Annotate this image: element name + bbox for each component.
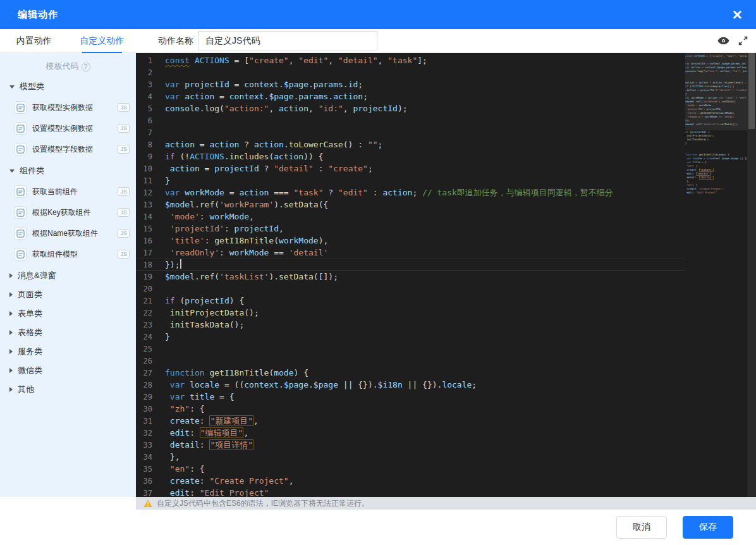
sidebar-group-header[interactable]: 服务类	[0, 342, 136, 361]
tab-builtin-actions[interactable]: 内置动作	[0, 29, 68, 52]
sidebar-group-header[interactable]: 组件类	[0, 161, 136, 180]
fullscreen-icon[interactable]	[738, 35, 748, 46]
template-code-link[interactable]: 模板代码?	[0, 61, 136, 72]
sidebar-group-header[interactable]: 模型类	[0, 77, 136, 96]
code-line[interactable]: 4var action = context.$page.params.actio…	[136, 90, 685, 102]
sidebar-action-item[interactable]: 获取当前组件JS	[14, 183, 130, 200]
editor-toolbar-icons	[717, 29, 748, 52]
code-line[interactable]: 35 "en": {	[136, 463, 685, 475]
line-number: 1	[136, 55, 165, 67]
group-label: 模型类	[20, 81, 44, 92]
sidebar-group-header[interactable]: 表单类	[0, 304, 136, 323]
line-number: 28	[136, 379, 165, 391]
help-icon: ?	[82, 63, 90, 71]
chevron-down-icon	[9, 169, 15, 173]
code-line[interactable]: 13$model.ref('workParam').setData({	[136, 199, 685, 211]
sidebar-group-header[interactable]: 表格类	[0, 323, 136, 342]
line-number: 26	[136, 355, 165, 367]
cancel-button[interactable]: 取消	[616, 516, 667, 539]
sidebar-action-item[interactable]: 设置模型实例数据JS	[14, 119, 130, 137]
line-number: 29	[136, 391, 165, 403]
line-number: 15	[136, 223, 165, 235]
code-line[interactable]: 37 edit: "Edit Project"	[136, 487, 685, 497]
code-line[interactable]: 8action = action ? action.toLowerCase() …	[136, 138, 685, 150]
code-line[interactable]: 5console.log("action:", action, "id:", p…	[136, 102, 685, 114]
code-line[interactable]: 12var workMode = action === "task" ? "ed…	[136, 187, 685, 199]
group-label: 其他	[18, 384, 34, 395]
js-action-icon	[14, 122, 27, 135]
code-line[interactable]: 21if (projectId) {	[136, 295, 685, 307]
toolbar: 内置动作 自定义动作 动作名称	[0, 29, 756, 53]
code-line[interactable]: 1const ACTIONS = ["create", "edit", "det…	[136, 54, 685, 66]
js-action-icon	[14, 101, 27, 114]
code-line[interactable]: 23 initTaskData();	[136, 319, 685, 331]
code-line[interactable]: 7	[136, 126, 685, 138]
code-line[interactable]: 20	[136, 283, 685, 295]
save-button[interactable]: 保存	[683, 516, 733, 539]
action-name-input[interactable]	[198, 31, 377, 51]
tab-custom-actions[interactable]: 自定义动作	[68, 29, 137, 52]
line-number: 8	[136, 139, 165, 151]
sidebar-action-item[interactable]: 设置模型字段数据JS	[14, 140, 130, 158]
close-icon[interactable]: ×	[733, 6, 742, 23]
code-line[interactable]: 34 },	[136, 451, 685, 463]
code-line[interactable]: 15 'projectId': projectId,	[136, 223, 685, 235]
line-number: 34	[136, 451, 165, 463]
sidebar-action-item[interactable]: 获取组件模型JS	[14, 245, 130, 263]
sidebar-group-header[interactable]: 页面类	[0, 285, 136, 304]
code-line[interactable]: 16 'title': getI18nTitle(workMode),	[136, 235, 685, 247]
sidebar-group-header[interactable]: 其他	[0, 380, 136, 399]
code-line[interactable]: 11}	[136, 175, 685, 187]
line-number: 16	[136, 235, 165, 247]
line-number: 23	[136, 319, 165, 331]
line-number: 11	[136, 175, 165, 187]
line-number: 25	[136, 343, 165, 355]
group-label: 组件类	[20, 165, 44, 176]
code-line[interactable]: 36 create: "Create Project",	[136, 475, 685, 487]
code-line[interactable]: 22 initProjectData();	[136, 307, 685, 319]
sidebar-action-item[interactable]: 根据Key获取组件JS	[14, 204, 130, 221]
chevron-right-icon	[9, 387, 13, 392]
code-line[interactable]: 28 var locale = ((context.$page.$page ||…	[136, 379, 685, 391]
code-line[interactable]: 27function getI18nTitle(mode) {	[136, 367, 685, 379]
code-line[interactable]: 14 'mode': workMode,	[136, 211, 685, 223]
group-label: 服务类	[18, 346, 42, 357]
editor-scrollbar[interactable]	[747, 53, 756, 497]
line-number: 12	[136, 187, 165, 199]
action-name-label: 动作名称	[158, 29, 193, 52]
js-badge: JS	[118, 103, 130, 112]
code-line[interactable]: 2	[136, 66, 685, 78]
code-line[interactable]: 29 var title = {	[136, 391, 685, 403]
code-line[interactable]: 25	[136, 343, 685, 355]
sidebar-action-item[interactable]: 根据Name获取组件JS	[14, 224, 130, 242]
line-number: 27	[136, 367, 165, 379]
code-line[interactable]: 19$model.ref('taskList').setData([]);	[136, 271, 685, 283]
line-number: 36	[136, 475, 165, 487]
warning-icon	[143, 499, 152, 508]
code-line[interactable]: 26	[136, 355, 685, 367]
sidebar-group-header[interactable]: 微信类	[0, 361, 136, 380]
code-line[interactable]: 9if (!ACTIONS.includes(action)) {	[136, 150, 685, 162]
sidebar: 模板代码? 模型类获取模型实例数据JS设置模型实例数据JS设置模型字段数据JS组…	[0, 53, 136, 497]
code-editor[interactable]: 1const ACTIONS = ["create", "edit", "det…	[136, 53, 756, 497]
code-line[interactable]: 10 action = projectId ? "detail" : "crea…	[136, 162, 685, 175]
code-line[interactable]: 32 edit: "编辑项目",	[136, 427, 685, 439]
minimap-slider[interactable]	[685, 53, 747, 130]
code-lines[interactable]: 1const ACTIONS = ["create", "edit", "det…	[136, 53, 685, 497]
sidebar-action-item[interactable]: 获取模型实例数据JS	[14, 99, 130, 116]
group-label: 表格类	[18, 327, 42, 338]
code-line[interactable]: 6	[136, 114, 685, 126]
modal-title: 编辑动作	[18, 9, 58, 21]
line-number: 2	[136, 67, 165, 79]
code-line[interactable]: 18});	[136, 259, 685, 271]
code-line[interactable]: 17 'readOnly': workMode == 'detail'	[136, 247, 685, 259]
code-line[interactable]: 3var projectId = context.$page.params.id…	[136, 78, 685, 90]
preview-eye-icon[interactable]	[717, 37, 729, 45]
code-line[interactable]: 30 "zh": {	[136, 403, 685, 415]
code-line[interactable]: 31 create: "新建项目",	[136, 415, 685, 427]
code-line[interactable]: 33 detail: "项目详情"	[136, 439, 685, 451]
chevron-right-icon	[9, 273, 13, 278]
scrollbar-thumb[interactable]	[748, 53, 755, 129]
sidebar-group-header[interactable]: 消息&弹窗	[0, 266, 136, 285]
code-line[interactable]: 24}	[136, 331, 685, 343]
